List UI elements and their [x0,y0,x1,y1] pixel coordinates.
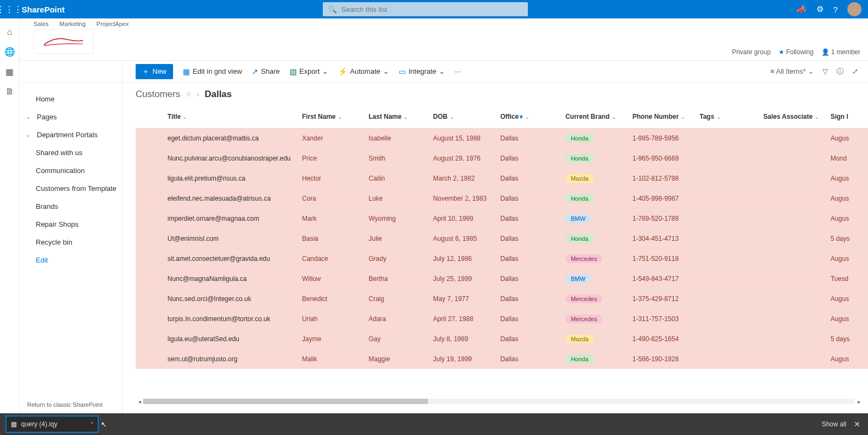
horizontal-scrollbar[interactable]: ◂ ▸ [136,398,863,405]
row-select[interactable] [136,289,162,309]
scroll-thumb[interactable] [143,399,428,404]
cell-title[interactable]: Nunc@magnaNamligula.ca [162,269,297,289]
table-row[interactable]: ligula.eu@uteratSed.eduJaymeGayJuly 8, 1… [136,329,868,349]
sidenav-repair-shops[interactable]: Repair Shops [20,215,122,233]
more-button[interactable]: ··· [455,67,461,75]
col-phone[interactable]: Phone Number⌄ [627,107,694,129]
row-select[interactable] [136,129,162,149]
following-button[interactable]: ★ Following [778,48,814,56]
cell-dob: April 10, 1999 [427,209,495,229]
cell-title[interactable]: imperdiet.ornare@magnaa.com [162,209,297,229]
table-row[interactable]: Nunc.pulvinar.arcu@conubianostraper.eduP… [136,149,868,169]
cell-title[interactable]: sem.ut@rutrumjusto.org [162,349,297,369]
sidenav-edit[interactable]: Edit [20,251,122,269]
table-row[interactable]: eget.dictum.placerat@mattis.caXanderIsab… [136,129,868,149]
table-row[interactable]: eleifend.nec.malesuada@atrisus.caCoraLuk… [136,189,868,209]
row-select[interactable] [136,349,162,369]
show-all-button[interactable]: Show all [822,420,846,428]
table-row[interactable]: ligula.elit.pretium@risus.caHectorCailin… [136,169,868,189]
help-icon[interactable]: ? [833,5,838,14]
search-input[interactable] [341,5,522,14]
chevron-up-icon[interactable]: ˄ [91,421,93,427]
cell-title[interactable]: sit.amet.consectetuer@gravida.edu [162,249,297,269]
new-button[interactable]: ＋New [136,64,173,79]
home-icon[interactable]: ⌂ [7,27,12,37]
megaphone-icon[interactable]: 📣 [796,4,807,14]
col-first[interactable]: First Name⌄ [297,107,363,129]
cell-title[interactable]: Nunc.sed.orci@Integer.co.uk [162,289,297,309]
files-icon[interactable]: 🗎 [5,87,14,97]
table-row[interactable]: sit.amet.consectetuer@gravida.eduCandace… [136,249,868,269]
sidenav-recycle-bin[interactable]: Recycle bin [20,233,122,251]
table-row[interactable]: Ut@enimnisl.comBasiaJulieAugust 6, 1985D… [136,229,868,249]
close-icon[interactable]: ✕ [854,420,860,428]
table-row[interactable]: turpis.In.condimentum@tortor.co.ukUriahA… [136,309,868,329]
avatar[interactable] [847,2,861,16]
col-dob[interactable]: DOB⌄ [427,107,495,129]
integrate-button[interactable]: ▭Integrate ⌄ [399,67,445,76]
select-column[interactable] [136,107,162,129]
crumb-marketing[interactable]: Marketing [60,21,86,27]
scroll-right-icon[interactable]: ▸ [855,399,863,405]
export-button[interactable]: ▧Export ⌄ [290,67,329,76]
col-tags[interactable]: Tags⌄ [694,107,758,129]
sidenav-communication[interactable]: Communication [20,162,122,180]
sidenav-home[interactable]: Home [20,90,122,108]
filter-icon[interactable]: ▽ [822,67,828,75]
table-row[interactable]: imperdiet.ornare@magnaa.comMarkWyomingAp… [136,209,868,229]
cell-title[interactable]: eget.dictum.placerat@mattis.ca [162,129,297,149]
row-select[interactable] [136,209,162,229]
col-last[interactable]: Last Name⌄ [363,107,427,129]
row-select[interactable] [136,249,162,269]
row-select[interactable] [136,269,162,289]
cell-title[interactable]: Nunc.pulvinar.arcu@conubianostraper.edu [162,149,297,169]
scroll-left-icon[interactable]: ◂ [136,399,143,405]
sidenav-pages[interactable]: ⌄Pages [20,108,122,126]
info-icon[interactable]: ⓘ [837,67,844,76]
gear-icon[interactable]: ⚙ [816,4,824,14]
sidenav-shared[interactable]: Shared with us [20,144,122,162]
return-classic-link[interactable]: Return to classic SharePoint [27,401,103,408]
row-select[interactable] [136,149,162,169]
globe-icon[interactable]: 🌐 [4,47,15,57]
cell-title[interactable]: turpis.In.condimentum@tortor.co.uk [162,309,297,329]
cell-assoc [758,229,825,249]
edit-grid-button[interactable]: ▦Edit in grid view [183,67,242,76]
cell-title[interactable]: ligula.elit.pretium@risus.ca [162,169,297,189]
app-launcher-icon[interactable]: ⋮⋮⋮ [0,0,18,18]
table-scroll[interactable]: Title⌄ First Name⌄ Last Name⌄ DOB⌄ Offic… [136,107,868,405]
col-office[interactable]: Office▾⌄ [495,107,560,129]
scroll-track[interactable] [143,399,855,404]
table-row[interactable]: Nunc.sed.orci@Integer.co.ukBenedictCraig… [136,289,868,309]
site-logo[interactable] [34,29,93,54]
view-switcher[interactable]: ≡ All Items* ⌄ [770,67,814,75]
share-button[interactable]: ↗Share [252,67,280,76]
cell-title[interactable]: eleifend.nec.malesuada@atrisus.ca [162,189,297,209]
crumb-projectapex[interactable]: ProjectApex [97,21,129,27]
table-row[interactable]: Nunc@magnaNamligula.caWillowBerthaJuly 2… [136,269,868,289]
automate-button[interactable]: ⚡Automate ⌄ [338,67,389,76]
col-brand[interactable]: Current Brand⌄ [560,107,627,129]
sidenav-dept[interactable]: ⌄Department Portals [20,126,122,144]
sidenav-customers-template[interactable]: Customers from Template [20,180,122,197]
members-button[interactable]: 👤 1 member [821,48,860,56]
row-select[interactable] [136,329,162,349]
table-row[interactable]: sem.ut@rutrumjusto.orgMalikMaggieJuly 19… [136,349,868,369]
sidenav-brands[interactable]: Brands [20,197,122,215]
row-select[interactable] [136,169,162,189]
news-icon[interactable]: ▦ [5,67,14,77]
list-parent[interactable]: Customers [136,89,180,100]
col-assoc[interactable]: Sales Associate⌄ [758,107,825,129]
row-select[interactable] [136,189,162,209]
star-outline-icon[interactable]: ☆ [186,91,192,98]
download-item[interactable]: ▦ query (4).iqy ˄ [5,415,99,433]
row-select[interactable] [136,309,162,329]
col-title[interactable]: Title⌄ [162,107,297,129]
crumb-sales[interactable]: Sales [34,21,49,27]
cell-title[interactable]: Ut@enimnisl.com [162,229,297,249]
col-sign[interactable]: Sign l [825,107,868,129]
expand-icon[interactable]: ⤢ [852,67,858,75]
search-box[interactable]: 🔍 [323,2,528,16]
cell-title[interactable]: ligula.eu@uteratSed.edu [162,329,297,349]
row-select[interactable] [136,229,162,249]
